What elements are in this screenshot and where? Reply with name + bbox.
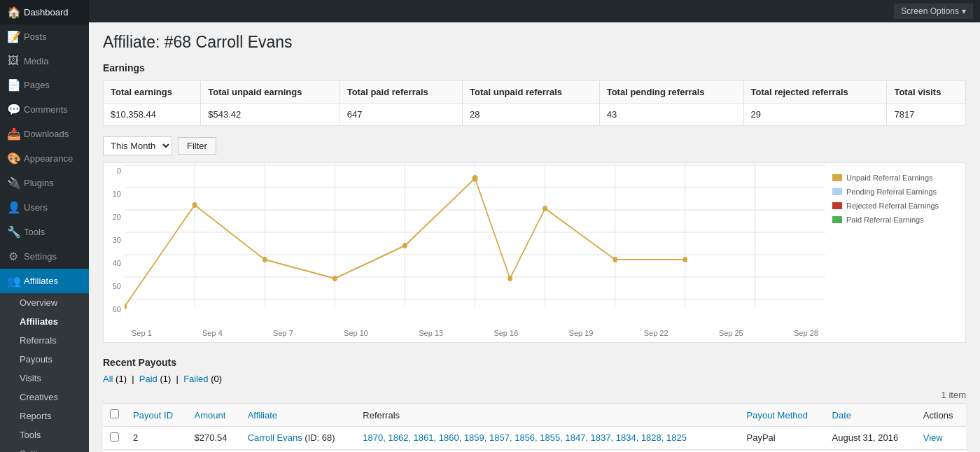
filter-failed-count: (0) bbox=[211, 374, 222, 384]
earnings-section-title: Earnings bbox=[103, 62, 966, 73]
tfoot-date[interactable]: Date bbox=[825, 450, 916, 453]
row-checkbox[interactable] bbox=[110, 432, 119, 442]
th-date[interactable]: Date bbox=[825, 404, 916, 427]
content-area: Affiliate: #68 Carroll Evans Earnings To… bbox=[89, 22, 980, 452]
row-date: August 31, 2016 bbox=[825, 427, 916, 450]
earnings-header-rejected-referrals: Total rejected referrals bbox=[743, 81, 887, 104]
th-payout-method[interactable]: Payout Method bbox=[740, 404, 825, 427]
sidebar-item-media[interactable]: 🖼 Media bbox=[0, 49, 89, 73]
sidebar-item-label: Media bbox=[24, 56, 48, 66]
users-icon: 👤 bbox=[7, 201, 20, 214]
filter-button[interactable]: Filter bbox=[178, 137, 216, 155]
referral-link[interactable]: 1870, 1862, 1861, 1860, 1859, 1857, 1856… bbox=[363, 432, 687, 443]
settings-icon: ⚙ bbox=[7, 250, 20, 263]
chart-dot bbox=[682, 257, 687, 262]
earnings-value-pending-referrals: 43 bbox=[599, 104, 743, 126]
pages-icon: 📄 bbox=[7, 78, 20, 92]
submenu-item-payouts[interactable]: Payouts bbox=[0, 350, 89, 369]
tfoot-amount[interactable]: Amount bbox=[188, 450, 241, 453]
chart-dot bbox=[262, 257, 267, 262]
submenu-item-settings[interactable]: Settings bbox=[0, 444, 89, 452]
sidebar-item-comments[interactable]: 💬 Comments bbox=[0, 97, 89, 122]
sidebar-item-downloads[interactable]: 📥 Downloads bbox=[0, 122, 89, 146]
tfoot-payout-id[interactable]: Payout ID bbox=[126, 450, 188, 453]
affiliates-submenu: Overview Affiliates Referrals Payouts Vi… bbox=[0, 293, 89, 452]
sidebar-item-dashboard[interactable]: 🏠 Dashboard bbox=[0, 0, 89, 24]
period-select[interactable]: This Month bbox=[103, 136, 172, 155]
row-referrals: 1870, 1862, 1861, 1860, 1859, 1857, 1856… bbox=[356, 427, 739, 450]
legend-color-unpaid bbox=[832, 174, 842, 181]
sidebar-item-label: Users bbox=[24, 202, 48, 213]
submenu-item-affiliates[interactable]: Affiliates bbox=[0, 312, 89, 331]
view-link[interactable]: View bbox=[923, 432, 943, 443]
tfoot-referrals: Referrals bbox=[356, 450, 739, 453]
earnings-header-total-visits: Total visits bbox=[887, 81, 966, 104]
sidebar-item-tools[interactable]: 🔧 Tools bbox=[0, 220, 89, 244]
page-title: Affiliate: #68 Carroll Evans bbox=[103, 33, 966, 52]
sidebar-item-label: Comments bbox=[24, 104, 68, 115]
affiliate-id: (ID: 68) bbox=[304, 432, 335, 443]
chart-dot bbox=[542, 206, 547, 211]
row-checkbox-cell bbox=[103, 427, 126, 450]
sidebar-item-label: Downloads bbox=[24, 129, 69, 139]
sidebar-item-plugins[interactable]: 🔌 Plugins bbox=[0, 171, 89, 195]
dropdown-arrow-icon: ▾ bbox=[962, 6, 966, 16]
tfoot-affiliate[interactable]: Affiliate bbox=[241, 450, 356, 453]
sidebar-item-users[interactable]: 👤 Users bbox=[0, 195, 89, 220]
y-axis: 60 50 40 30 20 10 0 bbox=[104, 163, 125, 327]
sidebar-item-label: Pages bbox=[24, 80, 50, 90]
row-payout-id: 2 bbox=[126, 427, 188, 450]
earnings-value-total-visits: 7817 bbox=[887, 104, 966, 126]
earnings-value-total: $10,358.44 bbox=[104, 104, 201, 126]
sidebar-item-appearance[interactable]: 🎨 Appearance bbox=[0, 146, 89, 171]
legend-item-rejected: Rejected Referral Earnings bbox=[832, 202, 958, 210]
sidebar-item-settings[interactable]: ⚙ Settings bbox=[0, 244, 89, 269]
appearance-icon: 🎨 bbox=[7, 152, 20, 165]
earnings-value-unpaid-earnings: $543.42 bbox=[201, 104, 340, 126]
filter-row: This Month Filter bbox=[103, 136, 966, 155]
sidebar-item-posts[interactable]: 📝 Posts bbox=[0, 24, 89, 49]
submenu-item-tools[interactable]: Tools bbox=[0, 425, 89, 444]
submenu-item-creatives[interactable]: Creatives bbox=[0, 388, 89, 407]
sidebar-item-affiliates[interactable]: 👥 Affiliates bbox=[0, 269, 89, 293]
row-amount: $270.54 bbox=[188, 427, 241, 450]
submenu-item-overview[interactable]: Overview bbox=[0, 293, 89, 312]
chart-container: 60 50 40 30 20 10 0 bbox=[103, 162, 966, 343]
filter-paid-link[interactable]: Paid bbox=[139, 374, 158, 384]
submenu-item-visits[interactable]: Visits bbox=[0, 369, 89, 388]
sidebar-item-label: Appearance bbox=[24, 153, 73, 164]
filter-failed-link[interactable]: Failed bbox=[183, 374, 208, 384]
chart-dot bbox=[402, 243, 407, 248]
th-affiliate[interactable]: Affiliate bbox=[241, 404, 356, 427]
screen-options-label: Screen Options bbox=[901, 6, 959, 16]
downloads-icon: 📥 bbox=[7, 127, 20, 141]
sidebar-item-label: Plugins bbox=[24, 178, 54, 188]
sidebar-item-pages[interactable]: 📄 Pages bbox=[0, 73, 89, 97]
filter-paid-count: (1) bbox=[160, 374, 171, 384]
filter-all-link[interactable]: All bbox=[103, 374, 113, 384]
row-payout-method: PayPal bbox=[740, 427, 825, 450]
table-footer-row: Payout ID Amount Affiliate Referrals Pay… bbox=[103, 450, 966, 453]
affiliates-icon: 👥 bbox=[7, 274, 20, 288]
th-amount[interactable]: Amount bbox=[188, 404, 241, 427]
chart-dot bbox=[332, 276, 337, 281]
affiliate-link[interactable]: Carroll Evans bbox=[248, 432, 302, 443]
tools-icon: 🔧 bbox=[7, 225, 20, 239]
submenu-item-reports[interactable]: Reports bbox=[0, 407, 89, 425]
earnings-header-total: Total earnings bbox=[104, 81, 201, 104]
items-count: 1 item bbox=[103, 390, 966, 400]
tfoot-payout-method[interactable]: Payout Method bbox=[740, 450, 825, 453]
th-payout-id[interactable]: Payout ID bbox=[126, 404, 188, 427]
payout-filter-bar: All (1) | Paid (1) | Failed (0) bbox=[103, 374, 966, 384]
sidebar: 🏠 Dashboard 📝 Posts 🖼 Media 📄 Pages 💬 Co… bbox=[0, 0, 89, 452]
select-all-checkbox[interactable] bbox=[110, 409, 119, 418]
submenu-item-referrals[interactable]: Referrals bbox=[0, 331, 89, 350]
screen-options-button[interactable]: Screen Options ▾ bbox=[894, 3, 973, 19]
earnings-value-paid-referrals: 647 bbox=[340, 104, 462, 126]
legend-color-pending bbox=[832, 188, 842, 195]
legend-item-pending: Pending Referral Earnings bbox=[832, 188, 958, 196]
chart-wrapper: 60 50 40 30 20 10 0 bbox=[104, 163, 825, 327]
topbar: Screen Options ▾ bbox=[89, 0, 980, 22]
row-affiliate: Carroll Evans (ID: 68) bbox=[241, 427, 356, 450]
chart-legend: Unpaid Referral Earnings Pending Referra… bbox=[825, 163, 965, 342]
